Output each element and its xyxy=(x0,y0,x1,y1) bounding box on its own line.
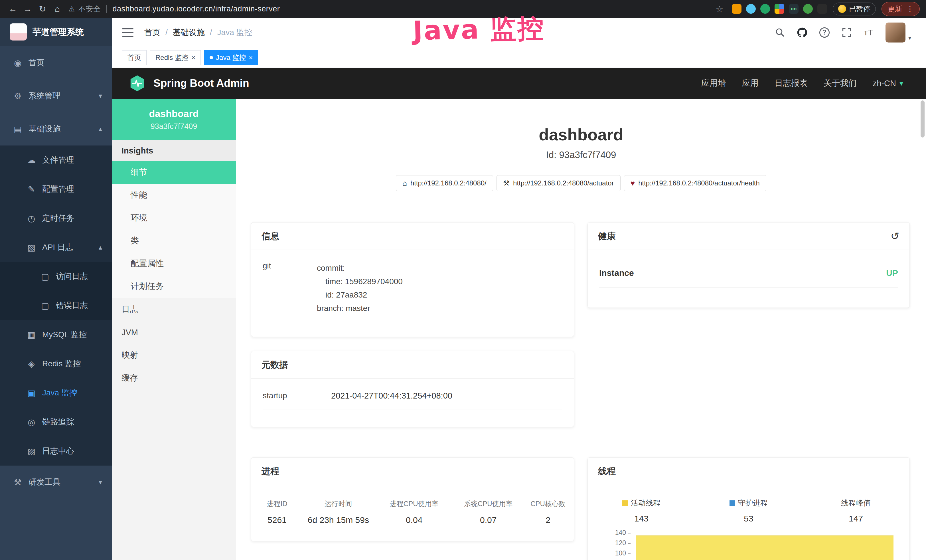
sba-item-environment[interactable]: 环境 xyxy=(112,207,236,229)
sba-nav-about[interactable]: 关于我们 xyxy=(824,77,857,89)
sidebar-item-api-logs[interactable]: ▧ API 日志 ▴ xyxy=(0,233,112,262)
sba-item-caches[interactable]: 缓存 xyxy=(112,366,236,389)
sidebar-item-trace[interactable]: ◎ 链路追踪 xyxy=(0,407,112,436)
language-label: zh-CN xyxy=(873,79,896,88)
sidebar-item-label: Java 监控 xyxy=(42,387,77,398)
history-icon[interactable]: ↺ xyxy=(891,230,899,242)
address-bar[interactable]: ⚠ 不安全 dashboard.yudao.iocoder.cn/infra/a… xyxy=(68,4,280,14)
edit-icon: ✎ xyxy=(25,184,38,194)
sidebar-item-mysql-monitor[interactable]: ▦ MySQL 监控 xyxy=(0,320,112,349)
user-menu[interactable]: ▾ xyxy=(885,23,911,42)
url-text[interactable]: dashboard.yudao.iocoder.cn/infra/admin-s… xyxy=(112,5,280,14)
annotation-java-monitor: Java 监控 xyxy=(413,11,545,49)
sidebar-item-log-center[interactable]: ▨ 日志中心 xyxy=(0,436,112,466)
tab-redis-monitor[interactable]: Redis 监控 × xyxy=(150,50,201,65)
sba-item-config-properties[interactable]: 配置属性 xyxy=(112,252,236,275)
sidebar-item-config-management[interactable]: ✎ 配置管理 xyxy=(0,175,112,204)
sidebar-item-java-monitor[interactable]: ▣ Java 监控 xyxy=(0,378,112,407)
close-icon[interactable]: × xyxy=(191,54,195,62)
legend-label: 线程峰值 xyxy=(841,498,871,508)
reload-icon[interactable]: ↻ xyxy=(36,4,49,14)
close-icon[interactable]: × xyxy=(249,54,253,62)
bookmark-star-icon[interactable]: ☆ xyxy=(713,4,726,14)
process-header-row: 进程ID 运行时间 进程CPU使用率 系统CPU使用率 CPU核心数 xyxy=(251,499,574,509)
process-column-label: CPU核心数 xyxy=(522,499,574,509)
tab-java-monitor[interactable]: Java 监控 × xyxy=(204,50,258,65)
browser-menu-icon[interactable]: ⋮ xyxy=(906,5,914,14)
help-icon[interactable]: ? xyxy=(819,27,830,38)
sba-item-details[interactable]: 细节 xyxy=(112,161,236,184)
sba-item-loggers[interactable]: 日志 xyxy=(112,298,236,321)
sidebar-item-access-logs[interactable]: ▢ 访问日志 xyxy=(0,262,112,291)
back-icon[interactable]: ← xyxy=(6,4,20,14)
instance-home-link[interactable]: ⌂ http://192.168.0.2:48080/ xyxy=(396,175,493,191)
hamburger-icon[interactable] xyxy=(122,28,133,37)
health-link[interactable]: ♥ http://192.168.0.2:48080/actuator/heal… xyxy=(624,175,766,191)
paused-badge[interactable]: 已暂停 xyxy=(833,3,876,15)
chevron-up-icon: ▴ xyxy=(99,243,102,251)
extension-icon-7[interactable] xyxy=(817,4,827,14)
sidebar-item-dev-tools[interactable]: ⚒ 研发工具 ▾ xyxy=(0,466,112,499)
search-icon[interactable] xyxy=(775,27,785,38)
scrollbar-thumb[interactable] xyxy=(921,100,924,138)
extension-icon-1[interactable] xyxy=(732,4,741,14)
sidebar-item-error-logs[interactable]: ▢ 错误日志 xyxy=(0,291,112,320)
sba-item-beans[interactable]: 类 xyxy=(112,229,236,252)
extension-icon-2[interactable] xyxy=(746,4,756,14)
sidebar-item-scheduled-jobs[interactable]: ◷ 定时任务 xyxy=(0,204,112,233)
browser-home-icon[interactable]: ⌂ xyxy=(51,4,64,14)
user-avatar[interactable] xyxy=(885,23,905,42)
info-git-row: git commit: time: 1596289704000 id: 27aa… xyxy=(263,261,562,323)
sba-item-mappings[interactable]: 映射 xyxy=(112,344,236,366)
redis-icon: ◈ xyxy=(25,359,38,369)
extension-icon-on-toggle[interactable]: on xyxy=(789,4,799,14)
metadata-key: startup xyxy=(263,391,331,401)
language-select[interactable]: zh-CN ▾ xyxy=(873,79,903,88)
sba-nav-applications[interactable]: 应用 xyxy=(742,77,759,89)
github-icon[interactable] xyxy=(797,27,807,38)
y-axis-tick: 140 xyxy=(588,529,631,537)
live-threads-area xyxy=(636,536,893,560)
info-key: git xyxy=(263,261,317,315)
app-logo-row[interactable]: 芋道管理系统 xyxy=(0,18,112,46)
trace-icon: ◎ xyxy=(25,417,38,427)
sidebar-item-label: API 日志 xyxy=(42,242,73,253)
threads-values-row: 143 53 147 xyxy=(588,514,909,524)
font-size-icon[interactable]: тT xyxy=(864,28,873,37)
cloud-icon: ☁ xyxy=(25,155,38,165)
extension-icon-3[interactable] xyxy=(760,4,770,14)
card-threads-title: 线程 xyxy=(588,458,909,485)
sidebar-item-file-management[interactable]: ☁ 文件管理 xyxy=(0,145,112,175)
info-line: commit: xyxy=(317,261,403,275)
sba-nav-journal[interactable]: 日志报表 xyxy=(775,77,808,89)
heart-icon: ♥ xyxy=(631,179,635,188)
fullscreen-icon[interactable] xyxy=(841,27,852,38)
security-label[interactable]: 不安全 xyxy=(78,4,100,14)
sba-nav-app-wall[interactable]: 应用墙 xyxy=(701,77,726,89)
actuator-link[interactable]: ⚒ http://192.168.0.2:48080/actuator xyxy=(496,175,620,191)
sidebar-item-system-management[interactable]: ⚙ 系统管理 ▾ xyxy=(0,79,112,112)
sba-item-jvm[interactable]: JVM xyxy=(112,321,236,344)
process-column-label: 运行时间 xyxy=(303,499,374,509)
sidebar-item-infrastructure[interactable]: ▤ 基础设施 ▴ xyxy=(0,112,112,145)
sba-item-scheduled-tasks[interactable]: 计划任务 xyxy=(112,275,236,298)
extension-icon-6[interactable] xyxy=(803,4,813,14)
update-button[interactable]: 更新 ⋮ xyxy=(882,2,920,16)
link-label: http://192.168.0.2:48080/actuator/health xyxy=(638,179,760,187)
breadcrumb-infrastructure[interactable]: 基础设施 xyxy=(173,27,205,38)
card-process: 进程 进程ID 运行时间 进程CPU使用率 系统CPU使用率 CPU核心数 52… xyxy=(251,457,574,541)
sidebar-item-redis-monitor[interactable]: ◈ Redis 监控 xyxy=(0,349,112,378)
forward-icon[interactable]: → xyxy=(21,4,34,14)
breadcrumb-home[interactable]: 首页 xyxy=(144,27,160,38)
process-value: 0.07 xyxy=(455,515,522,525)
emoji-face-icon xyxy=(838,5,846,13)
api-log-icon: ▧ xyxy=(25,242,38,253)
sba-sidebar: dashboard 93a3fc7f7409 Insights 细节 性能 环境… xyxy=(112,99,236,560)
sidebar-item-dashboard[interactable]: ◉ 首页 xyxy=(0,46,112,79)
instance-header[interactable]: dashboard 93a3fc7f7409 xyxy=(112,99,236,140)
extension-icon-4[interactable] xyxy=(775,4,784,14)
tab-label: Redis 监控 xyxy=(156,53,189,62)
link-label: http://192.168.0.2:48080/ xyxy=(410,179,487,187)
tab-home[interactable]: 首页 xyxy=(122,50,147,65)
sba-item-metrics[interactable]: 性能 xyxy=(112,184,236,207)
